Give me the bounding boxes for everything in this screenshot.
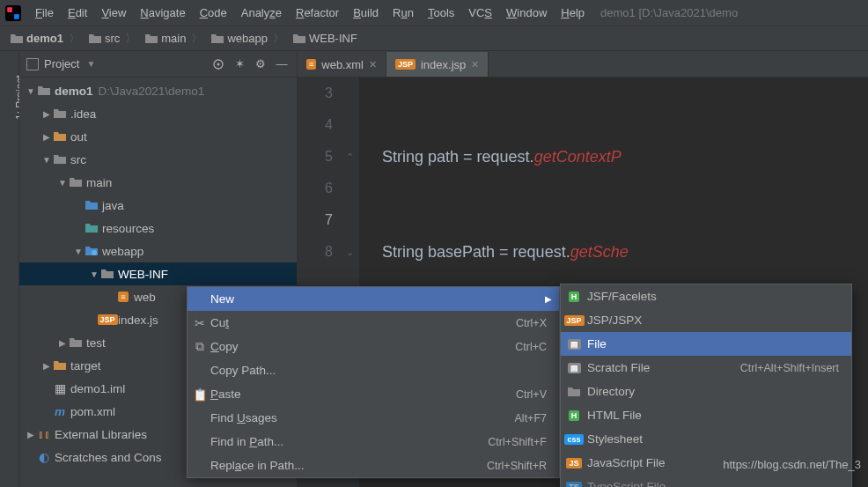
css-file-icon: css bbox=[564, 434, 583, 445]
menu-item-paste[interactable]: 📋PasteCtrl+V bbox=[188, 382, 559, 406]
svg-rect-1 bbox=[7, 7, 12, 12]
submenu-item-scratch[interactable]: ▤Scratch FileCtrl+Alt+Shift+Insert bbox=[561, 356, 851, 380]
tree-node-main[interactable]: ▼main bbox=[19, 171, 297, 194]
crumb-webinf[interactable]: WEB-INF bbox=[290, 32, 361, 45]
chevron-down-icon[interactable]: ▼ bbox=[86, 59, 95, 69]
crumb-main[interactable]: main〉 bbox=[142, 31, 208, 47]
menu-item-new[interactable]: New▶ bbox=[188, 287, 559, 311]
copy-icon: ⧉ bbox=[193, 340, 207, 354]
menu-view[interactable]: View bbox=[94, 3, 133, 23]
locate-icon[interactable] bbox=[210, 56, 226, 72]
tree-node-resources[interactable]: resources bbox=[19, 217, 297, 240]
fold-marker-icon[interactable]: ⌃ bbox=[346, 151, 354, 163]
tool-window-stripe: 1: Project bbox=[0, 51, 19, 487]
submenu-arrow-icon: ▶ bbox=[545, 294, 552, 304]
submenu-item-javascript[interactable]: JSJavaScript File bbox=[561, 451, 851, 475]
project-header: Project ▼ ✶ ⚙ — bbox=[19, 51, 297, 77]
scratches-icon: ◐ bbox=[37, 450, 51, 464]
app-icon bbox=[5, 5, 21, 21]
menu-refactor[interactable]: Refactor bbox=[289, 3, 346, 23]
project-view-title[interactable]: Project bbox=[44, 57, 79, 70]
close-icon[interactable]: ✕ bbox=[471, 59, 479, 70]
menu-code[interactable]: Code bbox=[193, 3, 234, 23]
menu-item-find-in-path[interactable]: Find in Path...Ctrl+Shift+F bbox=[188, 430, 559, 454]
crumb-webapp[interactable]: webapp〉 bbox=[208, 31, 290, 47]
cut-icon: ✂ bbox=[193, 316, 207, 330]
tab-indexjsp[interactable]: JSPindex.jsp✕ bbox=[386, 52, 489, 77]
context-menu: New▶ ✂CutCtrl+X ⧉CopyCtrl+C Copy Path...… bbox=[187, 286, 560, 478]
file-icon: ▤ bbox=[568, 339, 581, 350]
menu-item-find-usages[interactable]: Find UsagesAlt+F7 bbox=[188, 406, 559, 430]
xml-file-icon: ≡ bbox=[306, 59, 316, 70]
directory-icon bbox=[566, 385, 582, 399]
js-file-icon: JS bbox=[566, 458, 581, 469]
tree-node-webinf[interactable]: ▼WEB-INF bbox=[19, 262, 297, 285]
fold-marker-icon[interactable]: ⌄ bbox=[346, 247, 354, 258]
tree-node-webapp[interactable]: ▼webapp bbox=[19, 240, 297, 262]
menu-item-copy[interactable]: ⧉CopyCtrl+C bbox=[188, 335, 559, 358]
menu-file[interactable]: File bbox=[28, 3, 61, 23]
line-number: 3 bbox=[298, 77, 359, 109]
submenu-item-file[interactable]: ▤File bbox=[561, 332, 851, 356]
menu-edit[interactable]: Edit bbox=[61, 3, 94, 23]
tab-webxml[interactable]: ≡web.xml✕ bbox=[298, 52, 386, 77]
jsp-file-icon: JSP bbox=[98, 314, 118, 325]
html-file-icon: H bbox=[569, 410, 580, 421]
submenu-item-directory[interactable]: Directory bbox=[561, 380, 851, 403]
submenu-item-stylesheet[interactable]: cssStylesheet bbox=[561, 427, 851, 451]
gear-icon[interactable]: ⚙ bbox=[253, 56, 268, 72]
jsp-file-icon: JSP bbox=[564, 315, 585, 326]
svg-rect-2 bbox=[14, 14, 19, 19]
ts-file-icon: TS bbox=[566, 482, 582, 488]
menu-item-copy-path[interactable]: Copy Path... bbox=[188, 358, 559, 382]
menu-help[interactable]: Help bbox=[554, 3, 592, 23]
project-view-icon bbox=[26, 58, 39, 70]
iml-file-icon: ▦ bbox=[53, 381, 67, 395]
menu-item-cut[interactable]: ✂CutCtrl+X bbox=[188, 311, 559, 335]
menu-bar: File Edit View Navigate Code Analyze Ref… bbox=[0, 0, 868, 26]
editor-tabs: ≡web.xml✕ JSPindex.jsp✕ bbox=[298, 51, 868, 77]
menu-analyze[interactable]: Analyze bbox=[234, 3, 289, 23]
submenu-item-html[interactable]: HHTML File bbox=[561, 403, 851, 427]
breadcrumb: demo1〉 src〉 main〉 webapp〉 WEB-INF bbox=[0, 26, 868, 51]
expand-all-icon[interactable]: ✶ bbox=[232, 56, 247, 72]
svg-point-4 bbox=[217, 63, 220, 65]
menu-tools[interactable]: Tools bbox=[421, 3, 461, 23]
submenu-item-jsf[interactable]: HJSF/Facelets bbox=[561, 284, 851, 308]
xml-file-icon: ≡ bbox=[118, 291, 128, 302]
line-number: 4 bbox=[298, 109, 359, 141]
tree-node-out[interactable]: ▶out bbox=[19, 125, 297, 148]
line-number: 7 bbox=[298, 204, 359, 236]
submenu-item-typescript[interactable]: TSTypeScript File bbox=[561, 475, 851, 487]
tree-node-demo1[interactable]: ▼demo1D:\Java2021\demo1 bbox=[19, 79, 297, 102]
tree-node-java[interactable]: java bbox=[19, 194, 297, 217]
svg-point-5 bbox=[92, 250, 97, 255]
menu-vcs[interactable]: VCS bbox=[461, 3, 499, 23]
tree-node-idea[interactable]: ▶.idea bbox=[19, 102, 297, 125]
crumb-src[interactable]: src〉 bbox=[85, 31, 142, 47]
close-icon[interactable]: ✕ bbox=[369, 59, 377, 70]
scratch-file-icon: ▤ bbox=[568, 363, 581, 373]
window-title-path: demo1 [D:\Java2021\demo bbox=[600, 6, 738, 19]
menu-window[interactable]: Window bbox=[499, 3, 554, 23]
line-number: 5⌃ bbox=[298, 141, 359, 173]
tree-node-src[interactable]: ▼src bbox=[19, 148, 297, 171]
paste-icon: 📋 bbox=[193, 387, 207, 402]
libraries-icon: ⫾⫾ bbox=[37, 428, 51, 441]
line-number: 8⌄ bbox=[298, 236, 359, 268]
jsp-file-icon: JSP bbox=[395, 59, 416, 70]
menu-run[interactable]: Run bbox=[386, 3, 421, 23]
new-submenu: HJSF/Facelets JSPJSP/JSPX ▤File ▤Scratch… bbox=[560, 284, 852, 487]
menu-item-replace-in-path[interactable]: Replace in Path...Ctrl+Shift+R bbox=[188, 454, 559, 477]
maven-file-icon: m bbox=[53, 405, 67, 418]
menu-navigate[interactable]: Navigate bbox=[133, 3, 192, 23]
crumb-demo1[interactable]: demo1〉 bbox=[7, 31, 85, 47]
line-number: 6 bbox=[298, 173, 359, 204]
jsf-file-icon: H bbox=[569, 291, 580, 302]
minimize-icon[interactable]: — bbox=[274, 56, 290, 72]
submenu-item-jspx[interactable]: JSPJSP/JSPX bbox=[561, 308, 851, 332]
menu-build[interactable]: Build bbox=[346, 3, 386, 23]
